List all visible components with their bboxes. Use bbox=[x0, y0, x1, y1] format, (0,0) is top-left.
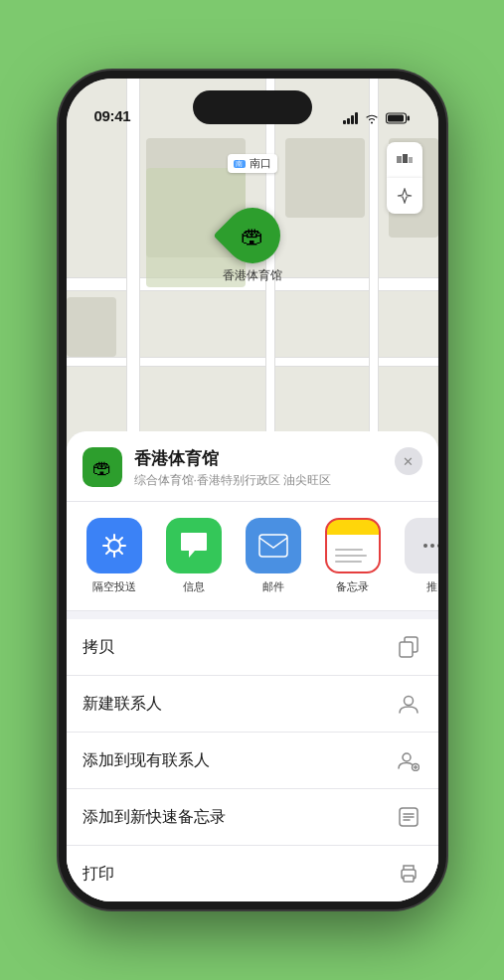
airdrop-label: 隔空投送 bbox=[92, 579, 136, 594]
label-dot: 南 bbox=[234, 160, 246, 168]
svg-rect-5 bbox=[403, 154, 408, 163]
venue-description: 综合体育馆·香港特别行政区 油尖旺区 bbox=[134, 472, 383, 489]
dynamic-island bbox=[193, 90, 312, 124]
airdrop-icon bbox=[86, 518, 142, 573]
map-type-icon bbox=[396, 151, 414, 169]
map-type-button[interactable] bbox=[387, 142, 422, 178]
location-marker: 🏟 香港体育馆 bbox=[223, 208, 282, 284]
map-label-text: 南口 bbox=[250, 156, 271, 171]
svg-point-12 bbox=[403, 753, 411, 761]
copy-label: 拷贝 bbox=[83, 637, 114, 658]
print-action[interactable]: 打印 bbox=[67, 846, 438, 901]
new-contact-icon bbox=[395, 690, 422, 718]
battery-icon bbox=[386, 112, 411, 124]
svg-rect-3 bbox=[388, 115, 404, 122]
map-controls[interactable] bbox=[387, 142, 422, 214]
svg-rect-10 bbox=[400, 642, 413, 657]
more-share-button[interactable]: 推 bbox=[397, 518, 438, 594]
more-dots-icon bbox=[405, 518, 438, 573]
add-existing-label: 添加到现有联系人 bbox=[83, 750, 210, 771]
mail-label: 邮件 bbox=[262, 579, 284, 594]
messages-icon bbox=[166, 518, 222, 573]
mail-icon bbox=[246, 518, 301, 573]
location-button[interactable] bbox=[387, 178, 422, 214]
venue-info: 香港体育馆 综合体育馆·香港特别行政区 油尖旺区 bbox=[134, 447, 383, 489]
add-note-icon bbox=[395, 803, 422, 831]
svg-point-0 bbox=[371, 122, 373, 124]
print-icon bbox=[395, 860, 422, 888]
map-north-label: 南 南口 bbox=[228, 154, 277, 173]
mail-share-button[interactable]: 邮件 bbox=[238, 518, 309, 594]
add-existing-contact-action[interactable]: 添加到现有联系人 bbox=[67, 733, 438, 789]
svg-rect-2 bbox=[407, 116, 410, 121]
svg-point-11 bbox=[404, 697, 413, 706]
notes-label: 备忘录 bbox=[336, 579, 369, 594]
notes-app-icon bbox=[325, 518, 381, 573]
venue-header: 🏟 香港体育馆 综合体育馆·香港特别行政区 油尖旺区 ✕ bbox=[67, 431, 438, 502]
venue-pin-icon: 🏟 bbox=[241, 222, 264, 249]
print-label: 打印 bbox=[83, 864, 114, 885]
phone-frame: 09:41 bbox=[59, 71, 446, 909]
close-button[interactable]: ✕ bbox=[395, 447, 422, 475]
svg-rect-4 bbox=[397, 156, 402, 163]
share-apps-row: 隔空投送 信息 bbox=[67, 502, 438, 611]
copy-action[interactable]: 拷贝 bbox=[67, 619, 438, 676]
new-contact-label: 新建联系人 bbox=[83, 694, 162, 715]
copy-icon bbox=[395, 633, 422, 661]
svg-rect-6 bbox=[409, 157, 413, 163]
location-icon bbox=[397, 188, 413, 204]
more-label: 推 bbox=[426, 579, 437, 594]
add-existing-icon bbox=[395, 746, 422, 774]
marker-pin: 🏟 bbox=[213, 196, 291, 274]
svg-rect-16 bbox=[404, 876, 414, 882]
notes-lines bbox=[327, 539, 379, 569]
close-icon: ✕ bbox=[403, 454, 414, 469]
venue-name: 香港体育馆 bbox=[134, 447, 383, 470]
status-time: 09:41 bbox=[94, 107, 131, 124]
venue-logo: 🏟 bbox=[83, 447, 122, 487]
bottom-sheet: 🏟 香港体育馆 综合体育馆·香港特别行政区 油尖旺区 ✕ bbox=[67, 431, 438, 901]
new-contact-action[interactable]: 新建联系人 bbox=[67, 676, 438, 733]
status-icons bbox=[343, 112, 411, 124]
add-note-action[interactable]: 添加到新快速备忘录 bbox=[67, 789, 438, 846]
wifi-icon bbox=[364, 112, 380, 124]
notes-share-button[interactable]: 备忘录 bbox=[317, 518, 389, 594]
add-note-label: 添加到新快速备忘录 bbox=[83, 807, 226, 828]
airdrop-share-button[interactable]: 隔空投送 bbox=[79, 518, 150, 594]
signal-icon bbox=[343, 112, 358, 124]
marker-label: 香港体育馆 bbox=[223, 267, 282, 284]
messages-label: 信息 bbox=[183, 579, 205, 594]
action-list: 拷贝 新建联系人 bbox=[67, 619, 438, 901]
svg-rect-8 bbox=[259, 535, 287, 557]
messages-share-button[interactable]: 信息 bbox=[158, 518, 230, 594]
phone-screen: 09:41 bbox=[67, 79, 438, 901]
